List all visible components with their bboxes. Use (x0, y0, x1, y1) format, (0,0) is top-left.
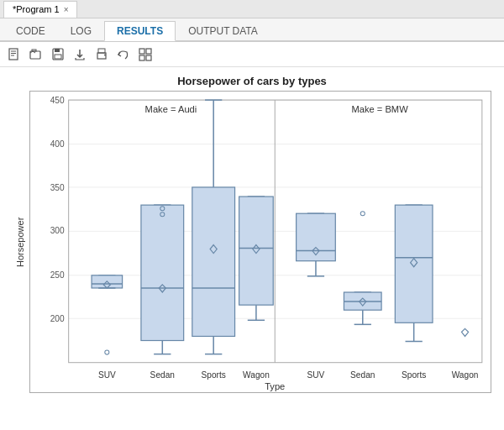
undo-button[interactable] (114, 45, 133, 64)
program-tab[interactable]: *Program 1 × (3, 1, 77, 18)
svg-text:Make = Audi: Make = Audi (145, 104, 197, 114)
svg-text:Sedan: Sedan (350, 370, 375, 379)
close-icon[interactable]: × (64, 5, 69, 14)
tab-title: *Program 1 (13, 4, 60, 14)
export-button[interactable] (71, 45, 89, 64)
svg-text:Type: Type (265, 381, 285, 391)
svg-text:Sports: Sports (402, 370, 426, 379)
svg-text:300: 300 (50, 226, 65, 235)
svg-rect-7 (55, 49, 60, 52)
svg-text:Wagon: Wagon (452, 370, 479, 379)
svg-text:350: 350 (50, 183, 65, 192)
print-button[interactable] (92, 45, 111, 64)
chart-svg: 450 400 350 300 250 (30, 92, 491, 392)
svg-rect-12 (139, 49, 144, 54)
svg-text:Sedan: Sedan (150, 370, 175, 379)
layout-button[interactable] (136, 45, 155, 64)
tab-results[interactable]: RESULTS (104, 21, 176, 41)
svg-text:SUV: SUV (98, 370, 116, 379)
svg-rect-14 (139, 55, 144, 60)
svg-text:450: 450 (50, 96, 65, 105)
svg-text:Wagon: Wagon (243, 370, 270, 379)
tab-output-data[interactable]: OUTPUT DATA (176, 20, 270, 40)
svg-rect-70 (297, 213, 336, 260)
open-button[interactable] (27, 45, 45, 64)
main-content: Horsepower of cars by types Horsepower (0, 67, 504, 430)
y-axis-label: Horsepower (13, 91, 28, 393)
svg-rect-0 (9, 49, 18, 60)
svg-rect-13 (146, 49, 151, 54)
tab-bar: CODE LOG RESULTS OUTPUT DATA (0, 18, 504, 42)
svg-rect-54 (192, 186, 235, 335)
svg-rect-15 (146, 55, 151, 60)
title-bar: *Program 1 × (0, 0, 504, 18)
chart-title: Horsepower of cars by types (13, 75, 491, 87)
svg-rect-8 (55, 55, 61, 59)
new-button[interactable] (5, 45, 24, 64)
svg-rect-9 (97, 53, 106, 59)
svg-text:Sports: Sports (202, 370, 226, 379)
svg-text:Make = BMW: Make = BMW (351, 104, 408, 114)
tab-code[interactable]: CODE (3, 20, 58, 40)
toolbar (0, 42, 504, 67)
chart-container: Horsepower of cars by types Horsepower (13, 75, 491, 423)
plot-area: 450 400 350 300 250 (29, 91, 491, 393)
svg-text:250: 250 (50, 270, 65, 279)
svg-text:400: 400 (50, 139, 65, 148)
tab-log[interactable]: LOG (58, 20, 104, 40)
svg-text:200: 200 (50, 314, 65, 323)
save-button[interactable] (49, 45, 67, 64)
svg-rect-62 (239, 197, 274, 305)
svg-rect-87 (395, 205, 433, 322)
svg-text:SUV: SUV (307, 370, 325, 379)
svg-rect-44 (141, 205, 184, 340)
svg-point-11 (104, 54, 106, 55)
svg-rect-10 (98, 49, 105, 53)
svg-rect-5 (32, 50, 36, 51)
chart-inner: Horsepower 450 (13, 91, 491, 393)
